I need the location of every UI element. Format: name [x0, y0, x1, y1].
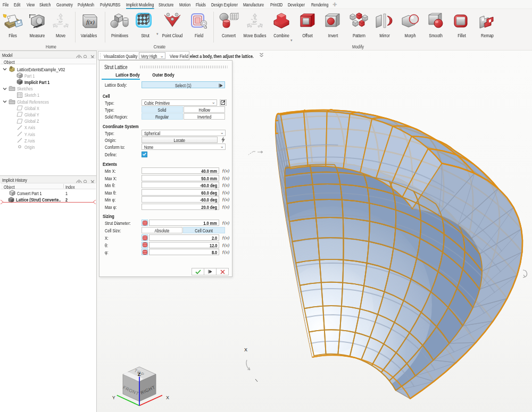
svg-text:Y: Y	[112, 395, 115, 400]
svg-text:X: X	[244, 347, 247, 352]
svg-text:Z: Z	[138, 372, 140, 377]
svg-text:X: X	[166, 395, 169, 400]
svg-text:f(x): f(x)	[86, 19, 95, 26]
